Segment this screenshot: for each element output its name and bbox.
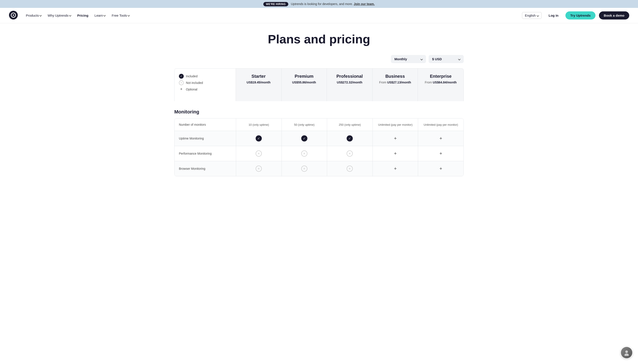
plan-header-business: Business From US$27.13/month (373, 68, 418, 101)
plan-price-premium: US$55.86/month (286, 80, 323, 84)
plan-header-professional: Professional US$272.32/month (327, 68, 373, 101)
language-selector[interactable]: English (522, 12, 541, 19)
try-uptrends-button[interactable]: Try Uptrends (565, 12, 595, 20)
monitoring-feature-rows: Number of monitors 10 (only uptime) 50 (… (174, 118, 464, 176)
plan-header-enterprise: Enterprise From US$64.84/month (418, 68, 463, 101)
feature-cell-performance-premium: ✕ (281, 146, 327, 161)
x-icon: ✕ (301, 150, 307, 156)
plan-headers: ✓ Included ✕ Not included + Optional Sta… (174, 68, 464, 101)
currency-chevron (458, 58, 460, 60)
controls-row: Monthly $ USD (174, 55, 464, 63)
banner-link[interactable]: Join our team. (354, 2, 375, 6)
feature-cell-performance-enterprise: + (418, 146, 463, 161)
x-icon: ✕ (347, 150, 353, 156)
book-demo-button[interactable]: Book a demo (599, 12, 629, 20)
plan-name-business: Business (377, 74, 414, 79)
why-chevron (69, 14, 72, 16)
check-icon: ✓ (347, 135, 353, 142)
legend-included: ✓ Included (179, 74, 231, 79)
plan-name-starter: Starter (240, 74, 277, 79)
nav-products[interactable]: Products (26, 14, 42, 17)
legend-check-icon: ✓ (179, 74, 184, 79)
nav-pricing[interactable]: Pricing (77, 14, 88, 17)
nav-right: English Log in Try Uptrends Book a demo (522, 12, 629, 20)
billing-chevron (420, 58, 423, 60)
table-row: Number of monitors 10 (only uptime) 50 (… (175, 118, 463, 131)
legend-plus-icon: + (179, 87, 184, 92)
feature-cell-performance-starter: ✕ (236, 146, 281, 161)
feature-cell-browser-business: + (373, 161, 418, 176)
feature-cell-performance-professional: ✕ (327, 146, 373, 161)
feature-cell-browser-professional: ✕ (327, 161, 373, 176)
banner-text: Uptrends is looking for developers, and … (291, 2, 353, 6)
legend-not-included-label: Not included (186, 81, 203, 84)
login-button[interactable]: Log in (545, 12, 562, 19)
table-row: Browser Monitoring ✕ ✕ ✕ + + (175, 161, 463, 176)
x-icon: ✕ (256, 166, 262, 172)
free-tools-chevron (128, 14, 130, 16)
nav-learn[interactable]: Learn (95, 14, 105, 17)
feature-cell-browser-premium: ✕ (281, 161, 327, 176)
plus-icon: + (439, 136, 442, 141)
feature-cell-uptime-premium: ✓ (281, 131, 327, 146)
language-chevron (537, 14, 539, 17)
billing-period-label: Monthly (394, 57, 407, 61)
legend-not-included: ✕ Not included (179, 80, 231, 85)
feature-label-performance: Performance Monitoring (175, 146, 236, 161)
nav-why-uptrends[interactable]: Why Uptrends (48, 14, 71, 17)
plus-icon: + (439, 166, 442, 172)
products-chevron (40, 14, 42, 16)
feature-cell-uptime-enterprise: + (418, 131, 463, 146)
plan-header-premium: Premium US$55.86/month (281, 68, 327, 101)
x-icon: ✕ (256, 150, 262, 156)
feature-cell-monitors-professional: 250 (only uptime) (327, 118, 373, 131)
currency-selector[interactable]: $ USD (429, 55, 464, 63)
plan-name-professional: Professional (331, 74, 368, 79)
monitoring-section-title: Monitoring (174, 101, 464, 118)
feature-cell-monitors-enterprise: Unlimited (pay per monitor) (418, 118, 463, 131)
feature-label-browser: Browser Monitoring (175, 161, 236, 176)
check-icon: ✓ (256, 135, 262, 142)
legend: ✓ Included ✕ Not included + Optional (179, 74, 231, 92)
svg-point-2 (13, 14, 14, 16)
plan-price-starter: US$19.45/month (240, 80, 277, 84)
plan-name-enterprise: Enterprise (422, 74, 459, 79)
legend-optional-label: Optional (186, 88, 197, 91)
language-label: English (525, 14, 536, 17)
plan-price-business: From US$27.13/month (377, 80, 414, 84)
logo[interactable] (9, 10, 26, 20)
plus-icon: + (439, 151, 442, 156)
legend-x-icon: ✕ (179, 80, 184, 85)
table-row: Uptime Monitoring ✓ ✓ ✓ + + (175, 131, 463, 146)
plan-name-premium: Premium (286, 74, 323, 79)
x-icon: ✕ (301, 166, 307, 172)
nav-free-tools[interactable]: Free Tools (112, 14, 130, 17)
feature-cell-performance-business: + (373, 146, 418, 161)
plus-icon: + (394, 151, 397, 156)
feature-label-uptime: Uptime Monitoring (175, 131, 236, 146)
page-title: Plans and pricing (174, 32, 464, 46)
table-row: Performance Monitoring ✕ ✕ ✕ + + (175, 146, 463, 161)
main-content: Plans and pricing Monthly $ USD ✓ Includ… (166, 23, 472, 190)
legend-cell: ✓ Included ✕ Not included + Optional (175, 68, 236, 101)
plan-header-starter: Starter US$19.45/month (236, 68, 281, 101)
feature-cell-uptime-starter: ✓ (236, 131, 281, 146)
feature-cell-monitors-premium: 50 (only uptime) (281, 118, 327, 131)
plus-icon: + (394, 166, 397, 172)
feature-cell-monitors-business: Unlimited (pay per monitor) (373, 118, 418, 131)
feature-cell-monitors-starter: 10 (only uptime) (236, 118, 281, 131)
monitoring-section: Monitoring Number of monitors 10 (only u… (174, 101, 464, 176)
plan-price-enterprise: From US$64.84/month (422, 80, 459, 84)
feature-cell-browser-starter: ✕ (236, 161, 281, 176)
plan-price-professional: US$272.32/month (331, 80, 368, 84)
x-icon: ✕ (347, 166, 353, 172)
top-banner: WE'RE HIRING Uptrends is looking for dev… (0, 0, 638, 8)
billing-period-selector[interactable]: Monthly (391, 55, 426, 63)
legend-optional: + Optional (179, 87, 231, 92)
check-icon: ✓ (301, 135, 307, 142)
legend-included-label: Included (186, 74, 198, 78)
currency-label: $ USD (432, 57, 442, 61)
learn-chevron (104, 14, 106, 16)
plus-icon: + (394, 136, 397, 141)
feature-cell-uptime-business: + (373, 131, 418, 146)
